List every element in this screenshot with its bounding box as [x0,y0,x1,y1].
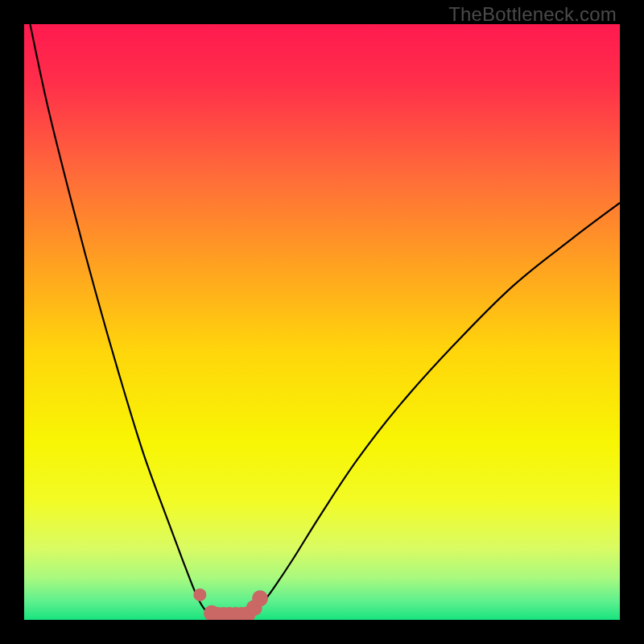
chart-frame [24,24,620,620]
marker-dot [252,590,268,606]
watermark-text: TheBottleneck.com [448,3,617,26]
chart-curves [24,24,620,620]
right-curve [245,203,620,617]
bottom-markers [193,588,268,620]
left-curve [30,24,221,617]
marker-dot [193,588,206,601]
